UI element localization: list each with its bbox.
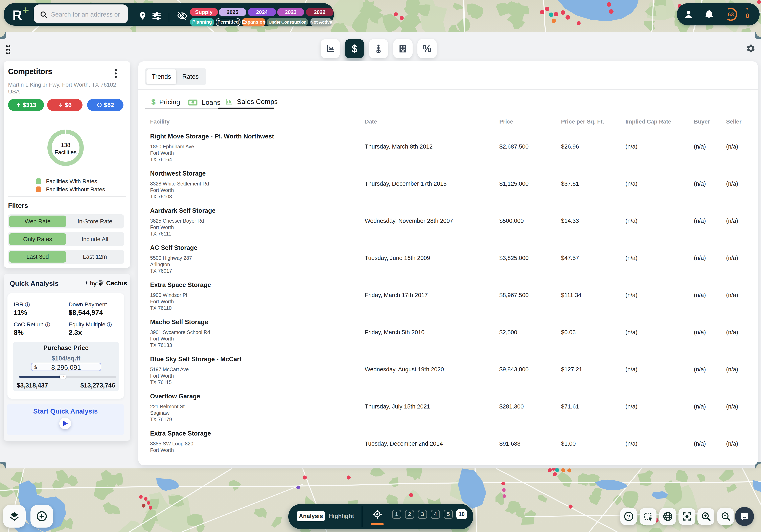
svg-text:63: 63 — [728, 12, 734, 18]
svg-text:1: 1 — [192, 101, 194, 104]
svg-text:?: ? — [627, 513, 630, 520]
